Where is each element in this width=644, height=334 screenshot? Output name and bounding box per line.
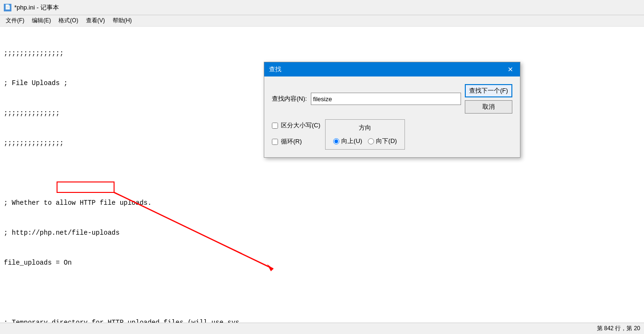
options-row: 区分大小写(C) 循环(R) 方向 向上(U) [272,119,512,150]
dialog-title: 查找 [269,65,281,74]
menu-edit[interactable]: 编辑(E) [28,16,55,26]
search-label: 查找内容(N): [272,95,307,103]
dialog-close-button[interactable]: ✕ [506,65,515,74]
search-input[interactable] [311,93,461,105]
line-6: ; Whether to allow HTTP file uploads. [4,198,640,208]
status-bar: 第 842 行，第 20 [0,323,644,334]
cancel-button[interactable]: 取消 [465,100,512,114]
menu-format[interactable]: 格式(O) [55,16,82,26]
find-next-button[interactable]: 查找下一个(F) [465,84,512,97]
dialog-title-bar: 查找 ✕ [264,62,520,76]
line-10: ; Temporary directory for HTTP uploaded … [4,318,640,323]
on-value: On [64,259,72,267]
line-1: ;;;;;;;;;;;;;;; [4,48,640,58]
buttons-column: 查找下一个(F) 取消 [465,84,512,114]
menu-view[interactable]: 查看(V) [82,16,109,26]
direction-label: 方向 [359,124,371,132]
direction-down-label: 向下(D) [376,137,397,145]
app-icon: 📄 [4,4,11,11]
wrap-row[interactable]: 循环(R) [272,137,320,146]
case-sensitive-checkbox[interactable] [272,123,278,129]
direction-up-label: 向上(U) [341,137,362,145]
direction-options: 向上(U) 向下(D) [333,137,397,145]
case-sensitive-row[interactable]: 区分大小写(C) [272,121,320,130]
direction-up-radio[interactable] [333,138,339,144]
line-7: ; http://php.net/file-uploads [4,228,640,238]
find-dialog: 查找 ✕ 查找内容(N): 查找下一个(F) 取消 区分大小写(C) [264,62,520,158]
menu-help[interactable]: 帮助(H) [109,16,136,26]
title-bar: 📄 *php.ini - 记事本 [0,0,644,15]
line-8: file_uploads = On [4,258,640,268]
wrap-label: 循环(R) [281,137,302,146]
search-row: 查找内容(N): 查找下一个(F) 取消 [272,84,512,114]
case-sensitive-label: 区分大小写(C) [281,121,320,130]
checkboxes-column: 区分大小写(C) 循环(R) [272,119,320,150]
menu-bar: 文件(F) 编辑(E) 格式(O) 查看(V) 帮助(H) [0,15,644,27]
wrap-checkbox[interactable] [272,139,278,145]
dialog-body: 查找内容(N): 查找下一个(F) 取消 区分大小写(C) 循环(R) [264,76,520,157]
line-9 [4,288,640,298]
direction-group: 方向 向上(U) 向下(D) [325,119,405,150]
status-text: 第 842 行，第 20 [597,324,640,333]
menu-file[interactable]: 文件(F) [2,16,28,26]
direction-down-radio[interactable] [368,138,374,144]
window-title: *php.ini - 记事本 [14,3,59,12]
line-5 [4,168,640,178]
direction-up-option[interactable]: 向上(U) [333,137,362,145]
direction-down-option[interactable]: 向下(D) [368,137,397,145]
